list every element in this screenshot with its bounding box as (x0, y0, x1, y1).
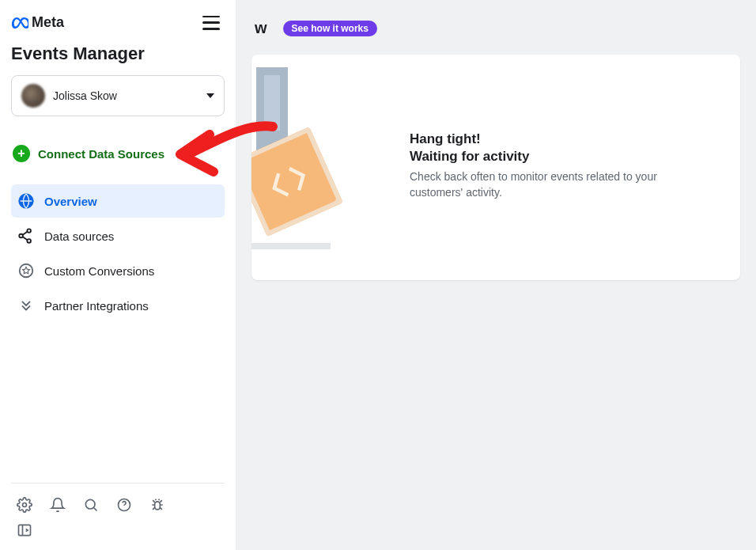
waiting-card-text: Hang tight! Waiting for activity Check b… (410, 131, 663, 200)
sidebar-utility-row (11, 493, 225, 522)
svg-rect-8 (155, 502, 161, 510)
waiting-illustration (251, 67, 378, 265)
sidebar-item-label: Partner Integrations (44, 299, 149, 313)
star-circle-icon (17, 262, 35, 279)
connect-data-sources-label: Connect Data Sources (38, 147, 164, 161)
meta-logo-text: Meta (32, 14, 64, 31)
waiting-body: Check back often to monitor events relat… (410, 169, 663, 200)
collapse-panel-icon[interactable] (16, 522, 33, 539)
sidebar-item-partner-integrations[interactable]: Partner Integrations (11, 289, 225, 322)
truncated-heading: w (255, 19, 267, 37)
top-bar: w See how it works (236, 0, 756, 45)
page-title: Events Manager (11, 44, 225, 64)
menu-toggle-icon[interactable] (202, 16, 220, 30)
sidebar-item-overview[interactable]: Overview (11, 184, 225, 218)
main-content: w See how it works Hang tight! Waiting f… (236, 0, 756, 550)
meta-logo[interactable]: Meta (11, 14, 64, 31)
notifications-bell-icon[interactable] (49, 496, 66, 514)
sidebar-item-label: Data sources (44, 229, 114, 243)
sidebar-divider (11, 483, 225, 484)
sidebar-item-data-sources[interactable]: Data sources (11, 219, 225, 252)
partner-icon (17, 297, 35, 314)
sidebar: Meta Events Manager Jolissa Skow + Conne… (0, 0, 236, 550)
avatar (21, 84, 45, 108)
waiting-heading-1: Hang tight! (410, 131, 663, 147)
plus-circle-icon: + (13, 145, 30, 162)
account-name: Jolissa Skow (53, 89, 198, 102)
sidebar-nav: Overview Data sources Custom Conversions… (11, 184, 225, 324)
sidebar-item-label: Overview (44, 195, 97, 208)
see-how-it-works-badge[interactable]: See how it works (283, 21, 377, 36)
svg-point-5 (23, 503, 27, 507)
sidebar-item-label: Custom Conversions (44, 264, 154, 278)
account-selector[interactable]: Jolissa Skow (11, 75, 225, 116)
chevron-down-icon (206, 93, 214, 98)
sidebar-item-custom-conversions[interactable]: Custom Conversions (11, 254, 225, 287)
bug-icon[interactable] (149, 496, 166, 514)
settings-gear-icon[interactable] (16, 496, 33, 514)
globe-dashboard-icon (17, 192, 35, 210)
search-icon[interactable] (82, 496, 100, 514)
svg-point-6 (85, 499, 95, 509)
help-icon[interactable] (115, 496, 133, 514)
connect-data-sources-button[interactable]: + Connect Data Sources (11, 140, 225, 167)
meta-logo-icon (11, 17, 28, 28)
sidebar-header: Meta (11, 14, 225, 31)
waiting-card: Hang tight! Waiting for activity Check b… (251, 55, 740, 280)
nodes-icon (17, 227, 35, 245)
waiting-heading-2: Waiting for activity (410, 149, 663, 165)
